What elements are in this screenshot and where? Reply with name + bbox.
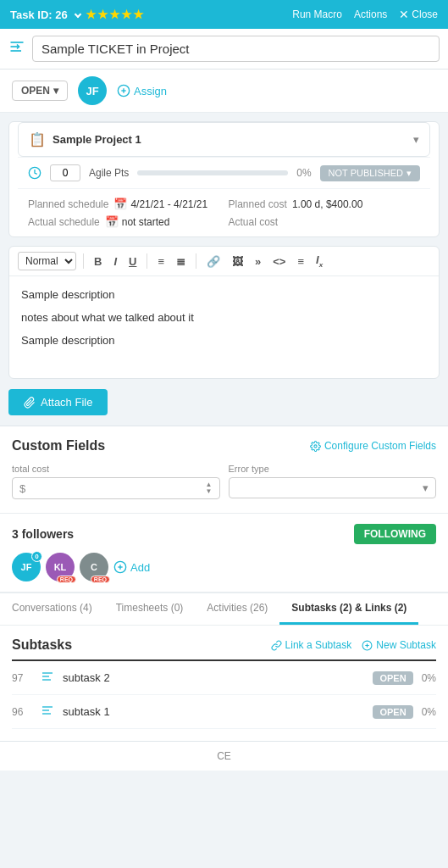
unordered-list-btn[interactable]: ≣ [173,253,189,270]
editor-toolbar: Normal B I U ≡ ≣ 🔗 🖼 » <> ≡ Ix [9,247,439,276]
subtask-id-97: 97 [12,672,32,684]
error-type-label: Error type [229,464,437,474]
subtask-row: 97 subtask 2 OPEN 0% [12,661,436,695]
paperclip-icon [25,397,34,407]
link-icon [271,640,282,651]
follower-avatar-kl[interactable]: KL REQ [46,553,75,581]
ordered-list-btn[interactable]: ≡ [154,253,168,270]
tab-timesheets[interactable]: Timesheets (0) [104,593,196,625]
link-subtask-btn[interactable]: Link a Subtask [271,639,352,651]
configure-custom-fields-link[interactable]: Configure Custom Fields [310,440,436,452]
subtask-pct-97: 0% [422,672,436,684]
subtask-type-icon [41,670,54,686]
subtask-row: 96 subtask 1 OPEN 0% [12,695,436,729]
total-cost-input-wrap[interactable]: $ ▲ ▼ [12,477,220,499]
tab-activities[interactable]: Activities (26) [195,593,279,625]
spinner-down[interactable]: ▼ [206,488,213,495]
follower-avatar-c[interactable]: C REQ [80,553,108,581]
project-label: 📋 Sample Project 1 [29,131,141,147]
custom-fields-section: Custom Fields Configure Custom Fields to… [0,426,448,513]
status-chevron: ▾ [53,85,58,97]
agile-icon [28,166,41,180]
task-id-chevron[interactable] [74,11,80,18]
italic-btn[interactable]: I [110,253,120,270]
add-follower-button[interactable]: Add [113,560,150,574]
image-btn[interactable]: 🖼 [229,253,246,270]
breadcrumb-icon [8,38,25,59]
tab-subtasks[interactable]: Subtasks (2) & Links (2) [279,593,418,625]
title-bar [0,29,448,70]
status-open-button[interactable]: OPEN ▾ [12,81,68,101]
subtask-name-96[interactable]: subtask 1 [63,705,364,718]
custom-fields-title: Custom Fields [12,438,105,453]
ticket-title-input[interactable] [32,36,440,62]
actual-schedule: Actual schedule 📅 not started [28,215,220,228]
project-icon: 📋 [29,131,46,147]
new-subtask-btn[interactable]: New Subtask [362,639,436,651]
subtask-actions: Link a Subtask New Subtask [271,639,436,651]
project-selector[interactable]: 📋 Sample Project 1 ▾ [18,122,430,157]
add-follower-icon [113,560,127,574]
total-cost-input[interactable] [29,482,202,495]
svg-point-7 [314,444,317,447]
align-btn[interactable]: ≡ [294,253,307,270]
subtasks-section: Subtasks Link a Subtask New Subtask 97 s… [0,626,448,741]
tab-conversations[interactable]: Conversations (4) [0,593,104,625]
subtasks-title: Subtasks [12,637,72,653]
error-type-field: Error type ▾ [229,464,437,499]
progress-bar [137,170,288,175]
editor-line-1: Sample description [21,288,427,301]
new-subtask-icon [362,640,373,651]
task-id-section[interactable]: Task ID: 26 ★★★★★ [10,8,145,21]
editor-section: Normal B I U ≡ ≣ 🔗 🖼 » <> ≡ Ix Sample de… [8,246,440,379]
followers-header: 3 followers FOLLOWING [12,524,436,544]
quote-btn[interactable]: » [252,253,264,270]
subtask-name-97[interactable]: subtask 2 [63,671,364,684]
footer: CE [0,741,448,771]
progress-pct: 0% [296,167,311,179]
task-id-label: Task ID: 26 [10,8,68,21]
avatar-badge-c: REQ [91,576,110,583]
footer-ce-label: CE [217,750,231,762]
star-rating[interactable]: ★★★★★ [86,8,145,21]
published-toggle[interactable]: NOT PUBLISHED ▾ [320,165,420,181]
planned-cost: Planned cost 1.00 d, $400.00 [229,198,421,210]
subtask-status-96: OPEN [373,705,412,719]
subtask-status-97: OPEN [373,671,412,685]
attach-file-button[interactable]: Attach File [8,389,108,415]
actual-cost: Actual cost [229,215,421,228]
planned-schedule: Planned schedule 📅 4/21/21 - 4/21/21 [28,198,220,210]
spinner-buttons[interactable]: ▲ ▼ [206,481,213,495]
avatar-badge-kl: REQ [57,576,76,583]
main-content: 📋 Sample Project 1 ▾ Agile Pts 0% NOT PU… [0,121,448,771]
close-btn[interactable]: ✕ Close [399,8,438,21]
bold-btn[interactable]: B [91,253,105,270]
follower-avatar-jf[interactable]: JF 0 [12,553,41,581]
subtasks-header: Subtasks Link a Subtask New Subtask [12,637,436,653]
format-select[interactable]: Normal [18,252,76,270]
following-button[interactable]: FOLLOWING [354,524,436,544]
error-type-select[interactable]: ▾ [229,477,437,498]
editor-body[interactable]: Sample description notes about what we t… [9,276,439,378]
followers-title: 3 followers [12,527,74,541]
custom-fields-header: Custom Fields Configure Custom Fields [12,438,436,453]
clear-format-btn[interactable]: Ix [312,252,326,270]
avatar[interactable]: JF [78,76,107,105]
agile-row: Agile Pts 0% NOT PUBLISHED ▾ [18,157,430,188]
run-macro-btn[interactable]: Run Macro [292,8,342,20]
assign-button[interactable]: Assign [117,84,167,97]
status-row: OPEN ▾ JF Assign [0,70,448,113]
dollar-sign: $ [19,482,25,495]
tabs-section: Conversations (4) Timesheets (0) Activit… [0,592,448,626]
editor-line-2: notes about what we talked about it [21,311,427,324]
tabs-list: Conversations (4) Timesheets (0) Activit… [0,593,448,625]
link-btn[interactable]: 🔗 [203,253,224,270]
subtask-type-icon-2 [41,704,54,720]
code-btn[interactable]: <> [269,253,289,270]
agile-pts-input[interactable] [50,164,80,181]
editor-line-3: Sample description [21,334,427,347]
underline-btn[interactable]: U [125,253,140,270]
subtask-id-96: 96 [12,706,32,718]
actions-btn[interactable]: Actions [354,8,387,20]
schedule-section: Planned schedule 📅 4/21/21 - 4/21/21 Pla… [18,188,430,236]
